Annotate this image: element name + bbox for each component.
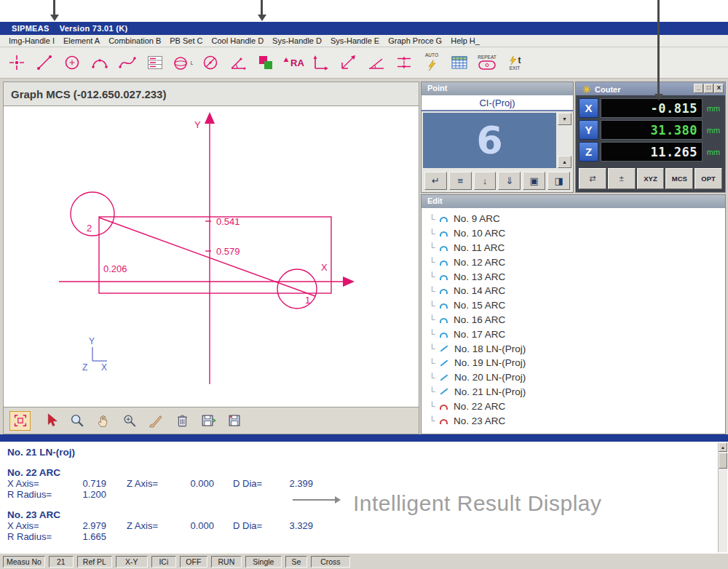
list-item[interactable]: └No. 11 ARC: [429, 241, 725, 255]
export-button[interactable]: [197, 411, 218, 431]
angle-tool-button[interactable]: [225, 49, 251, 76]
restore-button[interactable]: □: [704, 84, 713, 93]
enter-button[interactable]: ↵: [424, 172, 447, 190]
tree-branch-icon: └: [429, 373, 438, 383]
spinner-up-button[interactable]: ▲: [558, 156, 571, 168]
line-tool-button[interactable]: [31, 49, 58, 76]
status-run-toggle[interactable]: RUN: [211, 556, 242, 568]
point-window-header[interactable]: Point: [422, 82, 573, 95]
edit-window-header[interactable]: Edit: [422, 195, 725, 208]
scrollbar-thumb[interactable]: [719, 453, 727, 469]
zoom-in-button[interactable]: [119, 411, 140, 431]
list-item[interactable]: └No. 21 LN-(Proj): [429, 385, 725, 399]
save-button[interactable]: [223, 411, 245, 431]
hand-icon: [95, 413, 111, 429]
menu-element[interactable]: Element A: [59, 36, 104, 47]
menu-cool-handle[interactable]: Cool Handle D: [207, 36, 269, 47]
menu-img-handle[interactable]: Img-Handle I: [4, 36, 59, 47]
list-item[interactable]: └No. 23 ARC: [429, 413, 725, 428]
z-axis-button[interactable]: Z: [579, 142, 598, 162]
fit-view-button[interactable]: [9, 411, 31, 431]
tree-branch-icon: └: [429, 358, 438, 368]
counter-mcs-button[interactable]: MCS: [665, 168, 693, 189]
brush-button[interactable]: [145, 411, 166, 431]
down-button[interactable]: ↓: [474, 172, 496, 190]
graph-canvas[interactable]: Y X 2 1 0.541 0.579 0.206 Y Z X: [3, 106, 419, 407]
title-bar[interactable]: SIPMEASVersion 73.01 (K): [0, 22, 728, 35]
coord-list-tool-button[interactable]: [142, 49, 168, 76]
list-item[interactable]: └No. 20 LN-(Proj): [429, 370, 725, 385]
spinner-down-button[interactable]: ▼: [558, 113, 571, 125]
ra-tool-button[interactable]: RA: [280, 49, 306, 76]
offset-tool-button[interactable]: [391, 49, 417, 76]
edit-window-title: Edit: [427, 196, 443, 205]
minimize-button[interactable]: _: [694, 84, 703, 93]
status-ici-toggle[interactable]: ICi: [151, 556, 176, 568]
list-item[interactable]: └No. 15 ARC: [429, 298, 725, 313]
counter-opt-button[interactable]: OPT: [695, 168, 722, 189]
slope-tool-button[interactable]: [363, 49, 389, 76]
menu-combination[interactable]: Combination B: [104, 36, 165, 47]
exit-tool-button[interactable]: tEXIT: [502, 49, 528, 76]
y-axis-button[interactable]: Y: [579, 120, 598, 140]
status-plane-toggle[interactable]: X-Y: [116, 556, 148, 568]
status-single-toggle[interactable]: Single: [245, 556, 282, 568]
list-item[interactable]: └No. 18 LN-(Proj): [429, 341, 725, 356]
counter-window-header[interactable]: Couter _ □ X: [576, 82, 725, 95]
result-line-21: No. 21 LN-(roj): [7, 447, 728, 458]
list-item[interactable]: └No. 9 ARC: [429, 212, 725, 226]
tree-branch-icon: └: [429, 386, 438, 397]
grid-tool-button[interactable]: [446, 49, 472, 76]
axes-tool-button[interactable]: [308, 49, 334, 76]
delete-button[interactable]: [171, 411, 192, 431]
counter-swap-button[interactable]: ⇄: [579, 168, 606, 189]
spline-tool-button[interactable]: [114, 49, 141, 76]
result-scrollbar[interactable]: ▲: [718, 442, 727, 552]
list-item[interactable]: └No. 16 ARC: [429, 313, 725, 327]
list-item[interactable]: └No. 22 ARC: [429, 399, 725, 413]
tree-branch-icon: └: [429, 214, 438, 224]
save-button[interactable]: ◨: [547, 172, 570, 190]
list-item-label: No. 9 ARC: [454, 213, 500, 224]
repeat-tool-button[interactable]: REPEAT: [474, 49, 500, 76]
close-button[interactable]: X: [714, 84, 724, 93]
list-item[interactable]: └No. 17 ARC: [429, 327, 725, 341]
list-item[interactable]: └No. 14 ARC: [429, 284, 725, 298]
point-type-label: CI-(Proj): [422, 95, 573, 111]
list-item[interactable]: └No. 10 ARC: [429, 226, 725, 241]
menu-sys-handle-e[interactable]: Sys-Handle E: [326, 36, 384, 47]
measured-circle-1: [277, 269, 317, 309]
list-item[interactable]: └No. 12 ARC: [429, 255, 725, 269]
list-button[interactable]: ≡: [449, 172, 472, 190]
scroll-up-button[interactable]: ▲: [719, 442, 727, 452]
status-off-toggle[interactable]: OFF: [180, 556, 207, 568]
status-se-toggle[interactable]: Se: [285, 556, 307, 568]
sphere-tool-button[interactable]: L: [170, 49, 196, 76]
menu-sys-handle-d[interactable]: Sys-Handle D: [268, 36, 326, 47]
point-tool-button[interactable]: [4, 49, 30, 76]
tree-branch-icon: └: [429, 301, 438, 311]
menu-help[interactable]: Help H_: [446, 36, 484, 47]
x-axis-button[interactable]: X: [579, 98, 598, 118]
arc-icon-red: [440, 405, 448, 410]
status-cross-toggle[interactable]: Cross: [311, 556, 350, 568]
circle-tool-button[interactable]: [59, 49, 85, 76]
element-style-tool-button[interactable]: [253, 49, 279, 76]
counter-tol-button[interactable]: ±: [608, 168, 636, 189]
counter-readouts: X -0.815 mm Y 31.380 mm Z 11.265 mm: [576, 95, 725, 164]
list-item[interactable]: └No. 13 ARC: [429, 269, 725, 284]
auto-tool-button[interactable]: AUTO: [419, 49, 445, 76]
transform-tool-button[interactable]: [336, 49, 362, 76]
arc-tool-button[interactable]: [87, 49, 113, 76]
menu-pb-set[interactable]: PB Set C: [165, 36, 207, 47]
select-cursor-button[interactable]: [40, 411, 61, 431]
menu-graph-proce[interactable]: Graph Proce G: [384, 36, 446, 47]
zoom-button[interactable]: [66, 411, 87, 431]
compass-tool-button[interactable]: [197, 49, 223, 76]
pan-button[interactable]: [92, 411, 114, 431]
window-button[interactable]: ▣: [523, 172, 545, 190]
list-item[interactable]: └No. 19 LN-(Proj): [429, 356, 725, 370]
counter-xyz-button[interactable]: XYZ: [637, 168, 665, 189]
insert-button[interactable]: ⇓: [498, 172, 521, 190]
point-window-title: Point: [427, 84, 448, 92]
